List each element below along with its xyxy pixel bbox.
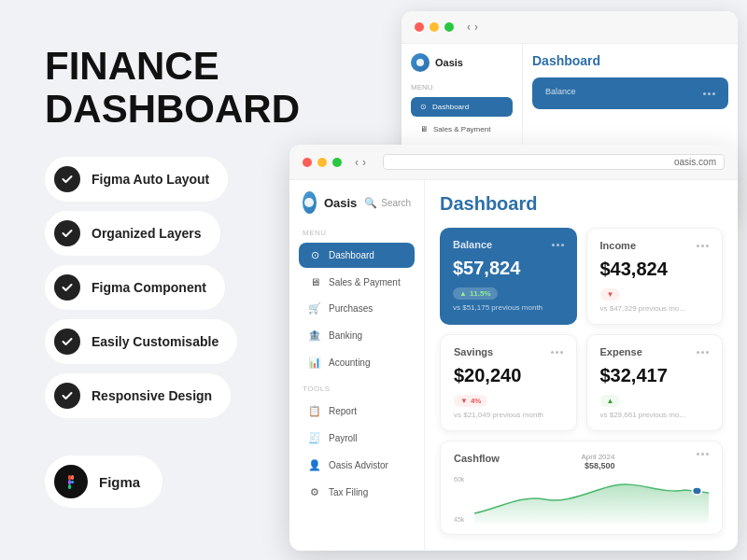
- back-balance-card: Balance: [532, 77, 728, 109]
- svg-point-8: [692, 487, 701, 495]
- sidebar-item-payroll[interactable]: 🧾 Payroll: [299, 426, 415, 451]
- feature-item-1: Organized Layers: [45, 211, 220, 256]
- search-icon[interactable]: 🔍: [364, 197, 377, 209]
- cashflow-date: April 2024: [581, 453, 614, 461]
- back-card-dot-2: [708, 92, 711, 95]
- income-card: Income $43,824 ▼ vs $47,329 previous mo.…: [586, 228, 724, 325]
- back-card-dot-3: [712, 92, 715, 95]
- check-icon-0: [54, 166, 80, 192]
- sidebar-item-sales[interactable]: 🖥 Sales & Payment: [299, 270, 415, 294]
- chart-area: [474, 476, 709, 523]
- income-dot-2: [701, 245, 704, 247]
- banking-icon: 🏦: [308, 329, 321, 342]
- check-icon-3: [54, 329, 80, 355]
- front-forward-arrow-icon[interactable]: ›: [362, 156, 366, 169]
- back-logo-name: Oasis: [435, 57, 463, 68]
- back-nav-sales[interactable]: 🖥 Sales & Payment: [411, 119, 513, 139]
- savings-dot-3: [560, 351, 563, 354]
- balance-label: Balance: [453, 239, 492, 250]
- expense-card-header: Expense: [600, 346, 710, 357]
- front-nav-arrows: ‹ ›: [355, 156, 366, 169]
- report-icon: 📋: [308, 405, 321, 417]
- menu-dot-3: [561, 244, 564, 246]
- expense-dot-2: [701, 351, 704, 354]
- savings-dot-1: [551, 351, 554, 354]
- svg-rect-1: [68, 475, 71, 480]
- back-card-dot-1: [703, 92, 706, 95]
- svg-point-7: [304, 198, 314, 207]
- menu-dot-1: [552, 244, 555, 246]
- traffic-light-red: [415, 22, 424, 32]
- income-amount: $43,824: [600, 259, 710, 280]
- front-window: ‹ › oasis.com Oasis 🔍 Search Menu: [289, 145, 738, 551]
- front-back-arrow-icon[interactable]: ‹: [355, 156, 359, 169]
- cashflow-dot-2: [701, 453, 704, 455]
- front-traffic-red: [303, 158, 312, 167]
- feature-label-4: Responsive Design: [92, 388, 212, 403]
- url-bar[interactable]: oasis.com: [383, 154, 725, 170]
- expense-amount: $32,417: [600, 365, 710, 386]
- cashflow-chart: 60k 45k: [454, 476, 709, 523]
- sidebar-item-dashboard[interactable]: ⊙ Dashboard: [299, 243, 415, 268]
- sales-icon: 🖥: [308, 276, 321, 287]
- payroll-icon: 🧾: [308, 432, 321, 444]
- check-icon-2: [54, 274, 80, 301]
- income-card-header: Income: [600, 240, 710, 251]
- expense-card-menu[interactable]: [697, 351, 709, 354]
- sidebar-item-purchases[interactable]: 🛒 Purchases: [299, 296, 415, 321]
- traffic-light-yellow: [430, 22, 439, 32]
- savings-dot-2: [556, 351, 558, 354]
- check-icon-4: [54, 383, 80, 409]
- feature-item-0: Figma Auto Layout: [45, 157, 228, 202]
- back-dashboard-title: Dashboard: [532, 53, 728, 68]
- front-sidebar: Oasis 🔍 Search Menu ⊙ Dashboard 🖥 Sales …: [289, 180, 425, 551]
- figma-label: Figma: [99, 474, 140, 490]
- search-text: Search: [381, 198, 411, 208]
- cashflow-menu[interactable]: [697, 453, 709, 455]
- savings-label: Savings: [454, 346, 493, 357]
- cashflow-dot-1: [697, 453, 699, 455]
- forward-arrow-icon[interactable]: ›: [474, 21, 478, 34]
- feature-item-3: Easily Customisable: [45, 319, 237, 364]
- svg-rect-3: [68, 480, 71, 484]
- menu-dot-2: [557, 244, 559, 246]
- chart-y-labels: 60k 45k: [454, 476, 464, 523]
- back-logo: Oasis: [411, 53, 513, 72]
- back-arrow-icon[interactable]: ‹: [467, 21, 471, 34]
- income-dot-3: [706, 245, 709, 247]
- expense-dot-3: [706, 351, 709, 354]
- savings-amount: $20,240: [454, 365, 563, 386]
- front-traffic-green: [332, 158, 342, 167]
- sidebar-item-report[interactable]: 📋 Report: [299, 399, 415, 424]
- svg-point-6: [416, 59, 424, 66]
- front-traffic-yellow: [317, 158, 327, 167]
- back-logo-icon: [411, 53, 430, 72]
- sidebar-item-tax[interactable]: ⚙ Tax Filing: [299, 480, 415, 505]
- logo-icon: [303, 191, 317, 214]
- sidebar-item-accounting[interactable]: 📊 Acounting: [299, 350, 415, 375]
- right-panel: ‹ › Oasis Menu ⊙ Dashboard 🖥: [289, 0, 747, 560]
- feature-item-2: Figma Component: [45, 265, 225, 310]
- sidebar-item-advisor[interactable]: 👤 Oasis Advistor: [299, 453, 415, 478]
- income-dot-1: [697, 245, 699, 247]
- balance-amount: $57,824: [453, 258, 564, 279]
- purchases-icon: 🛒: [308, 302, 321, 315]
- income-card-menu[interactable]: [697, 245, 709, 247]
- sidebar-item-banking[interactable]: 🏦 Banking: [299, 323, 415, 348]
- back-nav-dashboard-icon: ⊙: [420, 103, 427, 111]
- front-logo: Oasis 🔍 Search: [299, 191, 415, 214]
- front-logo-name: Oasis: [324, 196, 357, 210]
- cashflow-card: Cashflow April 2024 $58,500: [440, 441, 723, 535]
- front-main: Dashboard Balance $57,824: [425, 180, 738, 551]
- balance-card: Balance $57,824 ▲ 11.5% vs $51,175 previ…: [440, 228, 577, 325]
- sidebar-tools-label: Tools: [299, 385, 415, 393]
- savings-card-menu[interactable]: [551, 351, 563, 354]
- feature-label-1: Organized Layers: [92, 226, 202, 241]
- balance-card-menu[interactable]: [552, 244, 564, 246]
- back-nav-dashboard[interactable]: ⊙ Dashboard: [411, 97, 513, 117]
- cashflow-header: Cashflow April 2024 $58,500: [454, 453, 709, 470]
- accounting-icon: 📊: [308, 357, 321, 369]
- balance-card-header: Balance: [453, 239, 564, 250]
- expense-label: Expense: [600, 346, 642, 357]
- savings-badge: ▼ 4%: [454, 395, 487, 407]
